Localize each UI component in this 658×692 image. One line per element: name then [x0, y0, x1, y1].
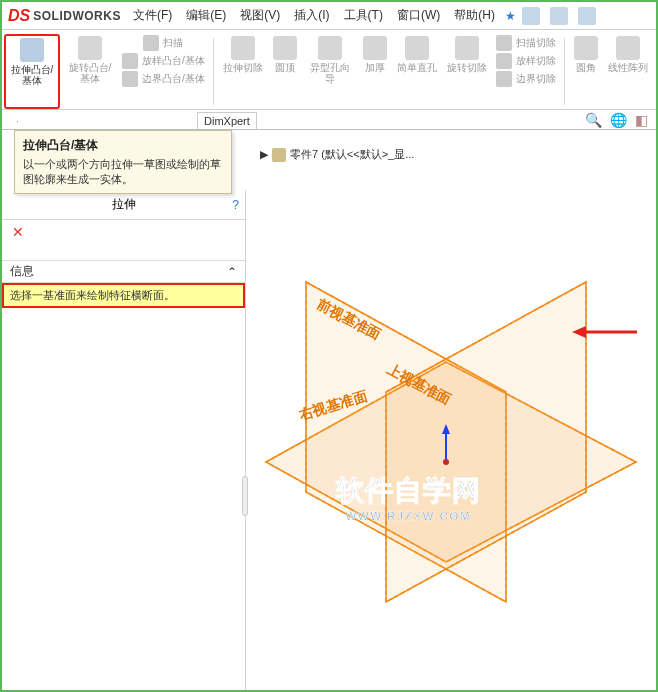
tab-dim[interactable]: · — [6, 113, 29, 129]
tooltip-title: 拉伸凸台/基体 — [23, 137, 223, 154]
breadcrumb-arrow-icon: ▶ — [260, 148, 268, 161]
watermark-cn: 软件自学网 — [336, 472, 481, 510]
menu-help[interactable]: 帮助(H) — [454, 7, 495, 24]
extrude-cut-icon — [231, 36, 255, 60]
chevron-up-icon: ⌃ — [227, 265, 237, 279]
thicken-button[interactable]: 加厚 — [360, 34, 390, 109]
menu-file[interactable]: 文件(F) — [133, 7, 172, 24]
scene-icon[interactable]: ◧ — [635, 112, 648, 128]
dome-button[interactable]: 圆顶 — [270, 34, 300, 109]
pm-section-label: 信息 — [10, 263, 34, 280]
revolve-cut-icon — [455, 36, 479, 60]
display-icon[interactable]: 🌐 — [610, 112, 627, 128]
quick-access-icons — [522, 7, 596, 25]
watermark-en: WWW.RJZXW.COM — [336, 510, 481, 522]
pm-section: 信息 ⌃ 选择一基准面来绘制特征横断面。 — [2, 260, 245, 308]
ribbon-toolbar: 拉伸凸台/基体 旋转凸台/基体 扫描 放样凸台/基体 边界凸台/基体 拉伸切除 … — [2, 30, 656, 110]
cut-group-list: 扫描切除 放样切除 边界切除 — [494, 34, 558, 109]
search-icon[interactable]: 🔍 — [585, 112, 602, 128]
simple-hole-icon — [405, 36, 429, 60]
hole-wizard-button[interactable]: 异型孔向导 — [304, 34, 356, 109]
breadcrumb-part-name: 零件7 (默认<<默认>_显... — [290, 147, 414, 162]
sweep-cut-icon — [496, 35, 512, 51]
loft-cut-button[interactable]: 放样切除 — [496, 52, 556, 70]
loft-icon — [122, 53, 138, 69]
close-icon[interactable]: ✕ — [12, 224, 24, 240]
tooltip-body: 以一个或两个方向拉伸一草图或绘制的草图轮廓来生成一实体。 — [23, 157, 223, 187]
ribbon-separator-2 — [564, 38, 565, 105]
menu-bar: DS SOLIDWORKS 文件(F) 编辑(E) 视图(V) 插入(I) 工具… — [2, 2, 656, 30]
property-manager: 拉伸 ? ✕ 信息 ⌃ 选择一基准面来绘制特征横断面。 — [2, 190, 246, 690]
watermark: 软件自学网 WWW.RJZXW.COM — [336, 472, 481, 522]
boundary-cut-icon — [496, 71, 512, 87]
command-tabs: · DimXpert — [2, 110, 656, 130]
boundary-icon — [122, 71, 138, 87]
revolve-cut-button[interactable]: 旋转切除 — [444, 34, 490, 109]
menu-insert[interactable]: 插入(I) — [294, 7, 329, 24]
menu-items: 文件(F) 编辑(E) 视图(V) 插入(I) 工具(T) 窗口(W) 帮助(H… — [133, 7, 495, 24]
loft-cut-icon — [496, 53, 512, 69]
revolve-boss-label: 旋转凸台/基体 — [67, 62, 113, 84]
extrude-boss-icon — [20, 38, 44, 62]
boundary-button[interactable]: 边界凸台/基体 — [122, 70, 205, 88]
fillet-button[interactable]: 圆角 — [571, 34, 601, 109]
pm-title: 拉伸 — [112, 196, 136, 213]
pm-header: 拉伸 ? — [2, 190, 245, 220]
tab-dimxpert[interactable]: DimXpert — [197, 112, 257, 129]
extrude-tooltip: 拉伸凸台/基体 以一个或两个方向拉伸一草图或绘制的草图轮廓来生成一实体。 — [14, 130, 232, 194]
dome-icon — [273, 36, 297, 60]
menu-edit[interactable]: 编辑(E) — [186, 7, 226, 24]
qat-icon-3[interactable] — [578, 7, 596, 25]
part-icon — [272, 148, 286, 162]
annotation-arrow-icon — [572, 322, 642, 342]
app-title: SOLIDWORKS — [33, 9, 121, 23]
extrude-boss-label: 拉伸凸台/基体 — [9, 64, 55, 86]
breadcrumb[interactable]: ▶ 零件7 (默认<<默认>_显... — [260, 147, 414, 162]
svg-point-8 — [443, 459, 449, 465]
extrude-boss-button[interactable]: 拉伸凸台/基体 — [4, 34, 60, 109]
ribbon-separator — [213, 38, 214, 105]
view-icons: 🔍 🌐 ◧ — [585, 112, 648, 128]
menu-view[interactable]: 视图(V) — [240, 7, 280, 24]
pm-message: 选择一基准面来绘制特征横断面。 — [2, 283, 245, 308]
qat-icon-1[interactable] — [522, 7, 540, 25]
boss-group-list: 扫描 放样凸台/基体 边界凸台/基体 — [120, 34, 207, 109]
menu-window[interactable]: 窗口(W) — [397, 7, 440, 24]
menu-star-icon[interactable]: ★ — [505, 9, 516, 23]
solidworks-logo-icon: DS — [8, 7, 30, 25]
splitter-handle[interactable] — [242, 476, 248, 516]
qat-icon-2[interactable] — [550, 7, 568, 25]
svg-marker-10 — [572, 326, 586, 338]
simple-hole-button[interactable]: 简单直孔 — [394, 34, 440, 109]
fillet-icon — [574, 36, 598, 60]
pm-section-header[interactable]: 信息 ⌃ — [2, 260, 245, 283]
help-icon[interactable]: ? — [232, 198, 239, 212]
thicken-icon — [363, 36, 387, 60]
graphics-area[interactable]: 前视基准面 上视基准面 右视基准面 — [246, 162, 656, 690]
menu-tools[interactable]: 工具(T) — [344, 7, 383, 24]
boundary-cut-button[interactable]: 边界切除 — [496, 70, 556, 88]
linear-pattern-button[interactable]: 线性阵列 — [605, 34, 651, 109]
linear-pattern-icon — [616, 36, 640, 60]
revolve-boss-icon — [78, 36, 102, 60]
sweep-button[interactable]: 扫描 — [143, 34, 183, 52]
loft-button[interactable]: 放样凸台/基体 — [122, 52, 205, 70]
sweep-cut-button[interactable]: 扫描切除 — [496, 34, 556, 52]
extrude-cut-button[interactable]: 拉伸切除 — [220, 34, 266, 109]
revolve-boss-button[interactable]: 旋转凸台/基体 — [64, 34, 116, 109]
sweep-icon — [143, 35, 159, 51]
app-logo: DS SOLIDWORKS — [8, 7, 121, 25]
hole-wizard-icon — [318, 36, 342, 60]
